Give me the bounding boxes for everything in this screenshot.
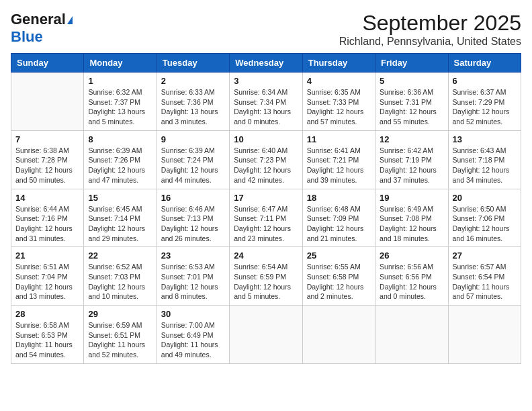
day-number: 9 [161, 134, 225, 144]
day-number: 13 [453, 134, 517, 144]
calendar-cell: 16Sunrise: 6:46 AMSunset: 7:13 PMDayligh… [157, 189, 229, 247]
day-number: 26 [380, 250, 443, 261]
calendar-cell: 28Sunrise: 6:58 AMSunset: 6:53 PMDayligh… [11, 306, 84, 364]
calendar-cell: 24Sunrise: 6:54 AMSunset: 6:59 PMDayligh… [230, 247, 302, 306]
calendar-cell: 27Sunrise: 6:57 AMSunset: 6:54 PMDayligh… [448, 247, 521, 306]
day-number: 23 [161, 250, 225, 261]
day-number: 7 [15, 134, 79, 144]
day-info: Sunrise: 6:56 AMSunset: 6:56 PMDaylight:… [380, 262, 443, 302]
day-info: Sunrise: 6:39 AMSunset: 7:26 PMDaylight:… [88, 146, 152, 185]
weekday-header-monday: Monday [84, 54, 157, 73]
day-number: 12 [380, 134, 443, 144]
week-row-5: 28Sunrise: 6:58 AMSunset: 6:53 PMDayligh… [11, 306, 521, 364]
calendar-cell: 17Sunrise: 6:47 AMSunset: 7:11 PMDayligh… [230, 189, 302, 247]
day-number: 24 [234, 250, 298, 261]
day-info: Sunrise: 6:38 AMSunset: 7:28 PMDaylight:… [15, 146, 79, 185]
calendar-cell: 2Sunrise: 6:33 AMSunset: 7:36 PMDaylight… [157, 73, 229, 131]
month-title: September 2025 [339, 11, 521, 36]
weekday-header-wednesday: Wednesday [230, 54, 302, 73]
calendar-cell [302, 306, 375, 364]
day-info: Sunrise: 6:33 AMSunset: 7:36 PMDaylight:… [161, 87, 225, 127]
day-info: Sunrise: 6:32 AMSunset: 7:37 PMDaylight:… [88, 87, 152, 127]
day-info: Sunrise: 6:58 AMSunset: 6:53 PMDaylight:… [15, 320, 79, 360]
week-row-2: 7Sunrise: 6:38 AMSunset: 7:28 PMDaylight… [11, 130, 521, 189]
day-number: 22 [88, 250, 152, 261]
calendar-cell: 8Sunrise: 6:39 AMSunset: 7:26 PMDaylight… [84, 130, 157, 189]
week-row-4: 21Sunrise: 6:51 AMSunset: 7:04 PMDayligh… [11, 247, 521, 306]
day-number: 28 [15, 309, 79, 319]
calendar-cell: 10Sunrise: 6:40 AMSunset: 7:23 PMDayligh… [230, 130, 302, 189]
calendar-cell [375, 306, 448, 364]
calendar-cell: 13Sunrise: 6:43 AMSunset: 7:18 PMDayligh… [448, 130, 521, 189]
weekday-header-friday: Friday [375, 54, 448, 73]
week-row-1: 1Sunrise: 6:32 AMSunset: 7:37 PMDaylight… [11, 73, 521, 131]
calendar-cell [230, 306, 302, 364]
location-title: Richland, Pennsylvania, United States [339, 36, 521, 48]
day-number: 19 [380, 193, 443, 203]
calendar-cell: 7Sunrise: 6:38 AMSunset: 7:28 PMDaylight… [11, 130, 84, 189]
day-info: Sunrise: 6:54 AMSunset: 6:59 PMDaylight:… [234, 262, 298, 302]
day-info: Sunrise: 6:52 AMSunset: 7:03 PMDaylight:… [88, 262, 152, 302]
day-info: Sunrise: 6:51 AMSunset: 7:04 PMDaylight:… [15, 262, 79, 302]
day-info: Sunrise: 6:37 AMSunset: 7:29 PMDaylight:… [453, 87, 517, 127]
day-info: Sunrise: 7:00 AMSunset: 6:49 PMDaylight:… [161, 320, 225, 360]
day-number: 10 [234, 134, 298, 144]
page-header: General Blue September 2025 Richland, Pe… [11, 11, 521, 48]
day-number: 5 [380, 76, 443, 86]
day-info: Sunrise: 6:39 AMSunset: 7:24 PMDaylight:… [161, 146, 225, 185]
day-info: Sunrise: 6:46 AMSunset: 7:13 PMDaylight:… [161, 204, 225, 244]
calendar-cell: 30Sunrise: 7:00 AMSunset: 6:49 PMDayligh… [157, 306, 229, 364]
day-info: Sunrise: 6:45 AMSunset: 7:14 PMDaylight:… [88, 204, 152, 244]
calendar-cell: 5Sunrise: 6:36 AMSunset: 7:31 PMDaylight… [375, 73, 448, 131]
calendar-cell: 21Sunrise: 6:51 AMSunset: 7:04 PMDayligh… [11, 247, 84, 306]
day-info: Sunrise: 6:47 AMSunset: 7:11 PMDaylight:… [234, 204, 298, 244]
day-info: Sunrise: 6:59 AMSunset: 6:51 PMDaylight:… [88, 320, 152, 360]
weekday-header-row: SundayMondayTuesdayWednesdayThursdayFrid… [11, 54, 521, 73]
day-number: 3 [234, 76, 298, 86]
calendar-cell: 29Sunrise: 6:59 AMSunset: 6:51 PMDayligh… [84, 306, 157, 364]
logo: General Blue [11, 11, 73, 46]
calendar-table: SundayMondayTuesdayWednesdayThursdayFrid… [11, 53, 521, 364]
logo-blue-text: Blue [11, 28, 43, 45]
calendar-cell: 26Sunrise: 6:56 AMSunset: 6:56 PMDayligh… [375, 247, 448, 306]
calendar-cell [11, 73, 84, 131]
calendar-cell: 14Sunrise: 6:44 AMSunset: 7:16 PMDayligh… [11, 189, 84, 247]
day-info: Sunrise: 6:40 AMSunset: 7:23 PMDaylight:… [234, 146, 298, 185]
day-info: Sunrise: 6:35 AMSunset: 7:33 PMDaylight:… [307, 87, 371, 127]
day-info: Sunrise: 6:55 AMSunset: 6:58 PMDaylight:… [307, 262, 371, 302]
day-number: 18 [307, 193, 371, 203]
day-number: 11 [307, 134, 371, 144]
calendar-cell: 19Sunrise: 6:49 AMSunset: 7:08 PMDayligh… [375, 189, 448, 247]
day-info: Sunrise: 6:57 AMSunset: 6:54 PMDaylight:… [453, 262, 517, 302]
day-number: 30 [161, 309, 225, 319]
calendar-cell: 23Sunrise: 6:53 AMSunset: 7:01 PMDayligh… [157, 247, 229, 306]
logo-text: General [11, 11, 73, 28]
calendar-cell: 4Sunrise: 6:35 AMSunset: 7:33 PMDaylight… [302, 73, 375, 131]
weekday-header-thursday: Thursday [302, 54, 375, 73]
day-number: 17 [234, 193, 298, 203]
day-info: Sunrise: 6:48 AMSunset: 7:09 PMDaylight:… [307, 204, 371, 244]
calendar-cell: 3Sunrise: 6:34 AMSunset: 7:34 PMDaylight… [230, 73, 302, 131]
day-number: 1 [88, 76, 152, 86]
day-info: Sunrise: 6:34 AMSunset: 7:34 PMDaylight:… [234, 87, 298, 127]
day-info: Sunrise: 6:43 AMSunset: 7:18 PMDaylight:… [453, 146, 517, 185]
calendar-cell: 1Sunrise: 6:32 AMSunset: 7:37 PMDaylight… [84, 73, 157, 131]
day-number: 25 [307, 250, 371, 261]
day-info: Sunrise: 6:44 AMSunset: 7:16 PMDaylight:… [15, 204, 79, 244]
day-number: 4 [307, 76, 371, 86]
day-info: Sunrise: 6:36 AMSunset: 7:31 PMDaylight:… [380, 87, 443, 127]
day-number: 15 [88, 193, 152, 203]
day-number: 6 [453, 76, 517, 86]
calendar-cell: 20Sunrise: 6:50 AMSunset: 7:06 PMDayligh… [448, 189, 521, 247]
calendar-cell [448, 306, 521, 364]
day-info: Sunrise: 6:42 AMSunset: 7:19 PMDaylight:… [380, 146, 443, 185]
day-info: Sunrise: 6:53 AMSunset: 7:01 PMDaylight:… [161, 262, 225, 302]
weekday-header-tuesday: Tuesday [157, 54, 229, 73]
weekday-header-sunday: Sunday [11, 54, 84, 73]
calendar-cell: 25Sunrise: 6:55 AMSunset: 6:58 PMDayligh… [302, 247, 375, 306]
calendar-cell: 15Sunrise: 6:45 AMSunset: 7:14 PMDayligh… [84, 189, 157, 247]
calendar-cell: 9Sunrise: 6:39 AMSunset: 7:24 PMDaylight… [157, 130, 229, 189]
day-number: 8 [88, 134, 152, 144]
calendar-cell: 12Sunrise: 6:42 AMSunset: 7:19 PMDayligh… [375, 130, 448, 189]
day-info: Sunrise: 6:49 AMSunset: 7:08 PMDaylight:… [380, 204, 443, 244]
